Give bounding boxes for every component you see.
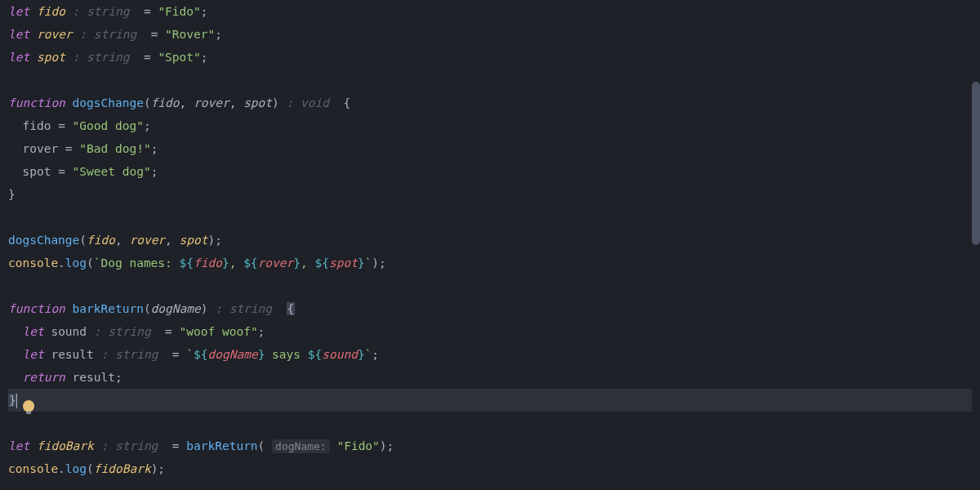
code-line[interactable]: }: [8, 183, 972, 206]
var-ref: rover: [22, 142, 58, 155]
param: dogName: [151, 302, 201, 315]
code-line[interactable]: let result : string = `${dogName} says $…: [8, 343, 972, 366]
type-hint: : string: [101, 348, 158, 361]
method-log: log: [65, 462, 87, 475]
keyword-let: let: [22, 348, 43, 361]
param-hint-inline: dogName:: [272, 439, 330, 453]
string-literal: "Good dog": [73, 119, 144, 132]
string-literal: "Bad dog!": [79, 142, 150, 155]
keyword-function: function: [8, 302, 65, 315]
code-line[interactable]: let sound : string = "woof woof";: [8, 320, 972, 343]
code-line-blank[interactable]: [8, 412, 972, 434]
type-hint: : string: [73, 5, 130, 18]
code-line[interactable]: dogsChange(fido, rover, spot);: [8, 229, 972, 252]
var-ref: result: [73, 371, 115, 384]
scrollbar-vertical[interactable]: [972, 82, 980, 245]
type-hint: : string: [79, 28, 136, 41]
var-fido: fido: [37, 5, 65, 18]
var-fidoBark: fidoBark: [37, 439, 94, 452]
semicolon: ;: [201, 5, 208, 18]
code-line-active[interactable]: }: [8, 389, 972, 412]
matching-brace: {: [287, 302, 296, 315]
method-log: log: [65, 256, 87, 270]
keyword-let: let: [8, 5, 29, 18]
string-literal: "woof woof": [180, 325, 258, 338]
console-obj: console: [8, 462, 58, 475]
string-literal: "Sweet dog": [73, 165, 151, 178]
type-hint: : void: [287, 96, 329, 109]
code-line-blank[interactable]: [8, 206, 972, 229]
arg: fidoBark: [94, 462, 151, 475]
keyword-let: let: [22, 325, 43, 338]
function-call: barkReturn: [186, 439, 257, 452]
code-line[interactable]: function barkReturn(dogName) : string {: [8, 297, 972, 320]
string-literal: "Spot": [158, 51, 200, 64]
template-literal: `Dog names:: [94, 256, 180, 270]
var-spot: spot: [37, 51, 65, 64]
type-hint: : string: [215, 302, 272, 315]
code-line[interactable]: console.log(`Dog names: ${fido}, ${rover…: [8, 252, 972, 274]
code-line-blank[interactable]: [8, 69, 972, 91]
code-line[interactable]: rover = "Bad dog!";: [8, 137, 972, 160]
type-hint: : string: [94, 325, 151, 338]
arg: fido: [87, 234, 115, 247]
function-name: barkReturn: [73, 302, 144, 315]
var-rover: rover: [37, 28, 73, 41]
code-editor[interactable]: let fido : string = "Fido"; let rover : …: [8, 0, 972, 480]
var-ref: fido: [22, 119, 51, 132]
param: spot: [243, 96, 272, 109]
function-call: dogsChange: [8, 234, 79, 247]
console-obj: console: [8, 256, 58, 270]
param: fido: [151, 96, 180, 109]
code-line[interactable]: let fido : string = "Fido";: [8, 0, 972, 23]
keyword-let: let: [8, 28, 29, 41]
code-line[interactable]: return result;: [8, 366, 972, 389]
arg: rover: [129, 234, 165, 247]
var-result: result: [51, 348, 93, 361]
code-line[interactable]: function dogsChange(fido, rover, spot) :…: [8, 91, 972, 114]
keyword-function: function: [8, 96, 65, 109]
function-name: dogsChange: [73, 96, 144, 109]
code-line[interactable]: fido = "Good dog";: [8, 114, 972, 137]
code-line-blank[interactable]: [8, 274, 972, 297]
code-line[interactable]: let rover : string = "Rover";: [8, 23, 972, 46]
var-ref: spot: [22, 165, 51, 178]
string-literal: "Rover": [165, 28, 215, 41]
type-hint: : string: [101, 439, 158, 452]
keyword-let: let: [8, 439, 29, 452]
operator: =: [136, 5, 158, 18]
code-line[interactable]: console.log(fidoBark);: [8, 457, 972, 480]
arg: spot: [180, 234, 208, 247]
lightbulb-icon[interactable]: [23, 400, 34, 412]
code-line[interactable]: let spot : string = "Spot";: [8, 46, 972, 69]
keyword-return: return: [22, 371, 65, 384]
type-hint: : string: [73, 51, 130, 64]
string-literal: "Fido": [158, 5, 200, 18]
string-literal: "Fido": [336, 439, 379, 452]
code-line[interactable]: let fidoBark : string = barkReturn( dogN…: [8, 434, 972, 457]
code-line[interactable]: spot = "Sweet dog";: [8, 160, 972, 183]
keyword-let: let: [8, 51, 29, 64]
param: rover: [194, 96, 229, 109]
text-cursor: [16, 394, 17, 408]
var-sound: sound: [51, 325, 87, 338]
